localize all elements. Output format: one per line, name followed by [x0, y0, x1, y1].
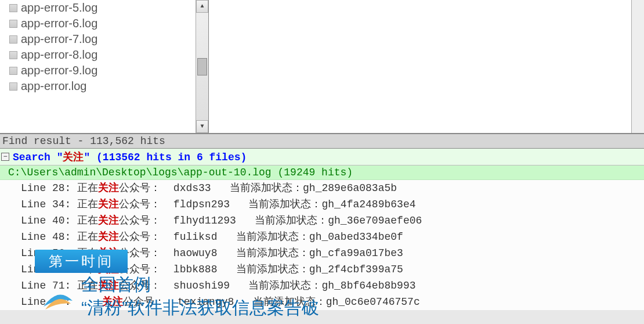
line-keyword: 关注 [98, 215, 119, 226]
line-label: Line 40: [21, 215, 71, 226]
line-post: 公众号： fldpsn293 当前添加状态：gh_4fa2489b63e4 [119, 199, 415, 210]
line-pre: 正在 [71, 215, 98, 226]
file-icon [9, 67, 17, 75]
search-quote-open: " [57, 152, 63, 163]
line-post: 公众号： texiangy8 当前添加状态：gh_0c6e0746757c [123, 296, 419, 308]
line-post: 公众号： shuoshi99 当前添加状态：gh_8bf64eb8b993 [119, 280, 415, 291]
line-label: Line 48: [21, 231, 71, 243]
line-label: Line 34: [21, 199, 71, 210]
search-keyword: 关注 [63, 152, 84, 163]
search-results: Line 28: 正在关注公众号： dxds33 当前添加状态：gh_289e6… [0, 180, 644, 310]
line-label: Line 66: [21, 264, 71, 275]
line-pre: 正在 [71, 231, 98, 243]
file-item[interactable]: app-error.log [0, 78, 208, 94]
file-name: app-error-8.log [21, 48, 97, 62]
line-pre: 正在 [71, 182, 98, 194]
line-keyword: 关注 [98, 199, 119, 210]
line-label: Line 56: [21, 247, 71, 259]
file-name: app-error-6.log [21, 17, 97, 30]
scroll-thumb[interactable] [197, 58, 207, 75]
line-post: 公众号： lbbk888 当前添加状态：gh_2f4cbf399a75 [119, 264, 403, 275]
file-icon [9, 82, 17, 91]
result-line[interactable]: Line 34: 正在关注公众号： fldpsn293 当前添加状态：gh_4f… [0, 196, 644, 213]
file-name: app-error.log [21, 80, 86, 93]
result-line[interactable]: Line 71: 正在关注公众号： shuoshi99 当前添加状态：gh_8b… [0, 278, 644, 294]
line-keyword: 关注 [98, 264, 119, 275]
file-icon [9, 51, 17, 59]
line-label: Line 71: [21, 280, 71, 291]
line-label: Line : [21, 296, 71, 308]
file-icon [9, 20, 17, 28]
line-keyword: 关注 [98, 280, 119, 291]
result-line[interactable]: Line 28: 正在关注公众号： dxds33 当前添加状态：gh_289e6… [0, 180, 644, 196]
line-pre: 正在 [71, 280, 98, 291]
line-keyword: 关注 [102, 296, 123, 308]
top-panel: app-error-5.logapp-error-6.logapp-error-… [0, 0, 644, 134]
file-item[interactable]: app-error-5.log [0, 0, 208, 16]
line-post: 公众号： flhyd11293 当前添加状态：gh_36e709aefe06 [119, 215, 422, 226]
search-summary: (113562 hits in 6 files) [96, 152, 247, 163]
line-post: 公众号： dxds33 当前添加状态：gh_289e6a083a5b [119, 182, 397, 194]
line-pre [71, 296, 102, 308]
line-keyword: 关注 [98, 231, 119, 243]
result-line[interactable]: Line 48: 正在关注公众号： fuliksd 当前添加状态：gh_0abe… [0, 229, 644, 245]
file-name: app-error-7.log [21, 33, 97, 46]
collapse-toggle[interactable]: − [1, 153, 9, 161]
file-item[interactable]: app-error-9.log [0, 63, 208, 78]
scroll-down-button[interactable]: ▼ [196, 120, 208, 133]
search-header: − Search "关注" (113562 hits in 6 files) [0, 149, 644, 165]
line-label: Line 28: [21, 182, 71, 194]
scroll-up-button[interactable]: ▲ [196, 0, 208, 13]
line-post: 公众号： fuliksd 当前添加状态：gh_0abed334be0f [119, 231, 403, 243]
file-item[interactable]: app-error-8.log [0, 47, 208, 63]
line-keyword: 关注 [98, 182, 119, 194]
file-item[interactable]: app-error-7.log [0, 31, 208, 47]
file-icon [9, 4, 17, 12]
file-icon [9, 35, 17, 44]
content-scrollbar[interactable] [631, 0, 644, 133]
search-file-path[interactable]: C:\Users\admin\Desktop\logs\app-out-10.l… [0, 165, 644, 180]
line-post: 公众号： haowuy8 当前添加状态：gh_cfa99a017be3 [119, 247, 403, 259]
search-quote-close: " [84, 152, 90, 163]
result-line[interactable]: Line 40: 正在关注公众号： flhyd11293 当前添加状态：gh_3… [0, 213, 644, 229]
result-line[interactable]: Line 56: 正在关注公众号： haowuy8 当前添加状态：gh_cfa9… [0, 245, 644, 261]
content-pane [209, 0, 644, 133]
file-name: app-error-9.log [21, 64, 97, 77]
file-item[interactable]: app-error-6.log [0, 16, 208, 31]
file-list-pane: app-error-5.logapp-error-6.logapp-error-… [0, 0, 209, 133]
line-pre: 正在 [71, 247, 98, 259]
file-list-scrollbar[interactable]: ▲ ▼ [196, 0, 208, 133]
result-line[interactable]: Line : 关注公众号： texiangy8 当前添加状态：gh_0c6e07… [0, 294, 644, 310]
result-line[interactable]: Line 66: 正在关注公众号： lbbk888 当前添加状态：gh_2f4c… [0, 261, 644, 278]
file-name: app-error-5.log [21, 1, 97, 15]
search-prefix: Search [13, 152, 57, 163]
find-result-status: Find result - 113,562 hits [0, 134, 644, 149]
line-pre: 正在 [71, 199, 98, 210]
line-pre: 正在 [71, 264, 98, 275]
line-keyword: 关注 [98, 247, 119, 259]
